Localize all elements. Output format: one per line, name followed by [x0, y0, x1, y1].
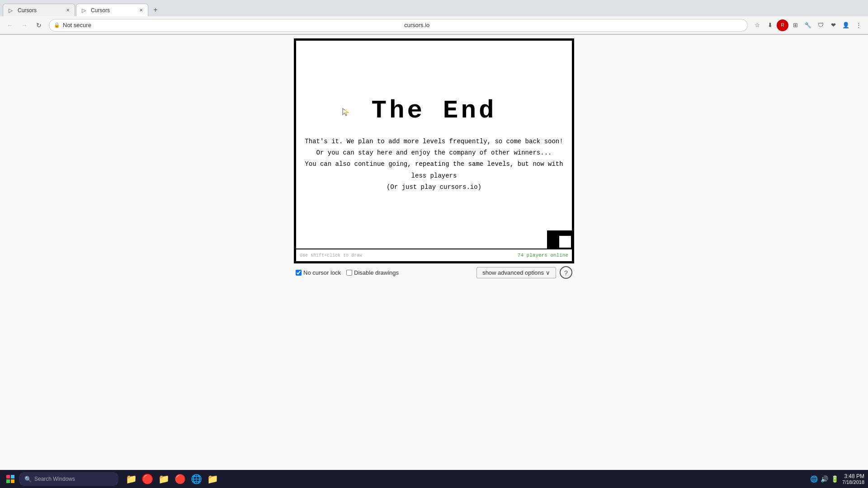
taskbar-clock[interactable]: 3:48 PM 7/18/2018 — [842, 473, 864, 485]
game-footer: Use shift+click to draw 74 players onlin… — [296, 249, 572, 261]
browser-chrome: ▷ Cursors ✕ ▷ Cursors ✕ + ← → ↻ 🔒 Not se… — [0, 0, 868, 35]
svg-rect-2 — [6, 475, 10, 479]
refresh-button[interactable]: ↻ — [33, 19, 45, 32]
game-line-2: Or you can stay here and enjoy the compa… — [296, 147, 572, 159]
tab-2-close[interactable]: ✕ — [138, 7, 144, 14]
game-canvas: The End That's it. We plan to add more l… — [296, 41, 572, 249]
tab-1-favicon: ▷ — [9, 7, 15, 14]
extension-4[interactable]: 🛡 — [815, 19, 826, 31]
taskbar-start-button[interactable] — [4, 472, 17, 486]
new-tab-button[interactable]: + — [149, 4, 162, 16]
tab-1-close[interactable]: ✕ — [65, 7, 71, 14]
url-text: cursors.io — [404, 22, 743, 28]
game-line-4: (Or just play cursors.io) — [296, 182, 572, 193]
taskbar-battery-icon: 🔋 — [831, 475, 839, 483]
tab-2[interactable]: ▷ Cursors ✕ — [76, 4, 148, 16]
svg-rect-3 — [11, 475, 14, 479]
disable-drawings-text: Disable drawings — [354, 269, 399, 276]
taskbar-system-icons: 🌐 🔊 🔋 — [810, 475, 839, 483]
menu-button[interactable]: ⋮ — [853, 19, 864, 31]
svg-rect-4 — [6, 479, 10, 483]
extension-2[interactable]: ⊞ — [789, 19, 801, 31]
show-advanced-options-button[interactable]: show advanced options ∨ — [476, 267, 556, 278]
taskbar-search-text: Search Windows — [34, 476, 75, 482]
options-bar: No cursor lock Disable drawings show adv… — [294, 266, 574, 279]
forward-button[interactable]: → — [18, 19, 31, 32]
cursor-indicator — [341, 108, 350, 118]
advanced-btn-label: show advanced options — [482, 269, 544, 276]
back-button[interactable]: ← — [4, 19, 16, 32]
disable-drawings-checkbox[interactable] — [346, 270, 352, 276]
game-line-1: That's it. We plan to add more levels fr… — [296, 136, 572, 147]
tab-1[interactable]: ▷ Cursors ✕ — [3, 4, 75, 16]
help-icon: ? — [564, 269, 568, 277]
no-cursor-lock-checkbox[interactable] — [296, 270, 302, 276]
no-cursor-lock-text: No cursor lock — [303, 269, 341, 276]
mini-map-inner — [558, 235, 572, 249]
security-icon: 🔒 — [54, 22, 60, 28]
taskbar-app-chrome[interactable]: 🌐 — [189, 472, 203, 486]
options-left: No cursor lock Disable drawings — [296, 269, 399, 276]
help-button[interactable]: ? — [560, 266, 572, 279]
extension-6[interactable]: 👤 — [840, 19, 852, 31]
taskbar: 🔍 Search Windows 📁 🔴 📁 🔴 🌐 📁 🌐 🔊 🔋 3: — [0, 470, 868, 488]
security-label: Not secure — [63, 22, 401, 28]
no-cursor-lock-label[interactable]: No cursor lock — [296, 269, 341, 276]
mini-map — [547, 230, 572, 249]
taskbar-time-display: 3:48 PM — [842, 473, 864, 479]
taskbar-search-icon: 🔍 — [24, 476, 32, 483]
game-title: The End — [371, 96, 496, 125]
game-footer-hint: Use shift+click to draw — [300, 253, 362, 258]
taskbar-app-red1[interactable]: 🔴 — [140, 472, 155, 486]
bookmark-button[interactable]: ☆ — [751, 19, 763, 31]
game-text: That's it. We plan to add more levels fr… — [296, 136, 572, 193]
taskbar-search-bar[interactable]: 🔍 Search Windows — [19, 472, 118, 486]
game-footer-players: 74 players online — [518, 253, 568, 258]
game-line-3: You can also continue going, repeating t… — [296, 159, 572, 181]
advanced-chevron-icon: ∨ — [546, 269, 550, 276]
taskbar-network-icon: 🌐 — [810, 475, 818, 483]
taskbar-app-misc[interactable]: 📁 — [205, 472, 220, 486]
tab-bar: ▷ Cursors ✕ ▷ Cursors ✕ + — [0, 0, 868, 16]
taskbar-right: 🌐 🔊 🔋 3:48 PM 7/18/2018 — [810, 473, 864, 485]
nav-right-icons: ☆ ⬇ R ⊞ 🔧 🛡 ❤ 👤 ⋮ — [751, 19, 864, 31]
game-container: The End That's it. We plan to add more l… — [294, 38, 574, 263]
taskbar-app-red2[interactable]: 🔴 — [173, 472, 187, 486]
taskbar-apps: 📁 🔴 📁 🔴 🌐 📁 — [124, 472, 220, 486]
tab-1-label: Cursors — [18, 7, 37, 14]
disable-drawings-label[interactable]: Disable drawings — [346, 269, 399, 276]
page-content: The End That's it. We plan to add more l… — [0, 35, 868, 470]
tab-2-favicon: ▷ — [82, 7, 88, 14]
taskbar-date-display: 7/18/2018 — [842, 479, 864, 485]
taskbar-app-folder[interactable]: 📁 — [156, 472, 171, 486]
extension-3[interactable]: 🔧 — [802, 19, 814, 31]
taskbar-app-explorer[interactable]: 📁 — [124, 472, 138, 486]
tab-2-label: Cursors — [91, 7, 110, 14]
address-bar[interactable]: 🔒 Not secure cursors.io — [49, 19, 748, 32]
download-button[interactable]: ⬇ — [764, 19, 776, 31]
extension-1[interactable]: R — [777, 19, 788, 31]
svg-rect-5 — [11, 479, 14, 483]
nav-bar: ← → ↻ 🔒 Not secure cursors.io ☆ ⬇ R ⊞ 🔧 … — [0, 16, 868, 34]
extension-5[interactable]: ❤ — [827, 19, 839, 31]
options-right: show advanced options ∨ ? — [476, 266, 572, 279]
svg-point-1 — [344, 109, 349, 114]
taskbar-volume-icon: 🔊 — [821, 475, 828, 483]
